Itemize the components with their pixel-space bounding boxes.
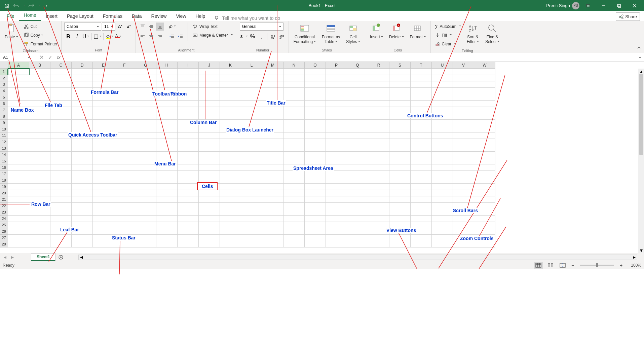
- cell-E6[interactable]: [93, 101, 114, 107]
- scroll-up-button[interactable]: ▴: [638, 69, 644, 74]
- cell-C2[interactable]: [50, 75, 72, 81]
- cell-R22[interactable]: [368, 203, 389, 209]
- cell-T23[interactable]: [411, 209, 432, 216]
- cell-Q12[interactable]: [347, 139, 368, 145]
- cell-P15[interactable]: [326, 158, 347, 164]
- cell-V11[interactable]: [453, 132, 474, 139]
- cell-H9[interactable]: [156, 120, 178, 126]
- cell-V24[interactable]: [453, 216, 474, 222]
- cells-area[interactable]: [8, 69, 495, 247]
- column-header-T[interactable]: T: [411, 62, 432, 69]
- cell-R15[interactable]: [368, 158, 389, 164]
- cell-N17[interactable]: [283, 171, 305, 177]
- cell-T3[interactable]: [411, 81, 432, 88]
- cell-F6[interactable]: [114, 101, 135, 107]
- cell-K26[interactable]: [220, 228, 241, 235]
- cell-C15[interactable]: [50, 158, 72, 164]
- cell-W5[interactable]: [474, 94, 495, 101]
- cell-S6[interactable]: [389, 101, 411, 107]
- row-header-28[interactable]: 28: [0, 241, 8, 247]
- cell-G20[interactable]: [135, 190, 156, 196]
- cell-O3[interactable]: [305, 81, 326, 88]
- cell-D16[interactable]: [72, 164, 93, 171]
- cell-Q13[interactable]: [347, 145, 368, 152]
- sheet-tab-sheet1[interactable]: Sheet1: [31, 253, 55, 261]
- cell-A27[interactable]: [8, 235, 29, 241]
- cell-D10[interactable]: [72, 126, 93, 132]
- cell-W4[interactable]: [474, 88, 495, 94]
- cell-E5[interactable]: [93, 94, 114, 101]
- cell-M23[interactable]: [262, 209, 283, 216]
- cell-M16[interactable]: [262, 164, 283, 171]
- row-header-11[interactable]: 11: [0, 132, 8, 139]
- cell-G23[interactable]: [135, 209, 156, 216]
- cell-T11[interactable]: [411, 132, 432, 139]
- decrease-font-button[interactable]: A▾: [125, 23, 133, 31]
- cell-B16[interactable]: [29, 164, 50, 171]
- cell-U5[interactable]: [432, 94, 453, 101]
- cell-T16[interactable]: [411, 164, 432, 171]
- cell-K16[interactable]: [220, 164, 241, 171]
- cell-V7[interactable]: [453, 107, 474, 113]
- cell-F21[interactable]: [114, 196, 135, 203]
- cell-H19[interactable]: [156, 184, 178, 190]
- cell-M12[interactable]: [262, 139, 283, 145]
- cell-J23[interactable]: [199, 209, 220, 216]
- font-name-combo[interactable]: Calibri: [64, 23, 101, 31]
- cell-G25[interactable]: [135, 222, 156, 228]
- cell-T14[interactable]: [411, 152, 432, 158]
- cell-J8[interactable]: [199, 113, 220, 120]
- cell-K22[interactable]: [220, 203, 241, 209]
- cell-M4[interactable]: [262, 88, 283, 94]
- cell-H27[interactable]: [156, 235, 178, 241]
- cell-A18[interactable]: [8, 177, 29, 184]
- insert-cells-button[interactable]: +Insert: [368, 23, 385, 40]
- format-cells-button[interactable]: Format: [408, 23, 428, 40]
- cell-C22[interactable]: [50, 203, 72, 209]
- cell-L4[interactable]: [241, 88, 262, 94]
- cell-S9[interactable]: [389, 120, 411, 126]
- cell-Q26[interactable]: [347, 228, 368, 235]
- cell-F16[interactable]: [114, 164, 135, 171]
- cell-A26[interactable]: [8, 228, 29, 235]
- cell-W3[interactable]: [474, 81, 495, 88]
- cell-W28[interactable]: [474, 241, 495, 247]
- cell-G27[interactable]: [135, 235, 156, 241]
- cell-M7[interactable]: [262, 107, 283, 113]
- cell-S2[interactable]: [389, 75, 411, 81]
- cell-Q27[interactable]: [347, 235, 368, 241]
- cell-P25[interactable]: [326, 222, 347, 228]
- cell-F23[interactable]: [114, 209, 135, 216]
- cell-V10[interactable]: [453, 126, 474, 132]
- cell-I26[interactable]: [178, 228, 199, 235]
- cell-Q1[interactable]: [347, 69, 368, 75]
- user-name[interactable]: Preeti Singh: [546, 3, 570, 8]
- cell-P6[interactable]: [326, 101, 347, 107]
- cell-B23[interactable]: [29, 209, 50, 216]
- cell-U27[interactable]: [432, 235, 453, 241]
- cell-L12[interactable]: [241, 139, 262, 145]
- cell-U3[interactable]: [432, 81, 453, 88]
- cell-V8[interactable]: [453, 113, 474, 120]
- cell-C17[interactable]: [50, 171, 72, 177]
- paste-button[interactable]: Paste: [3, 23, 20, 40]
- cell-A4[interactable]: [8, 88, 29, 94]
- vertical-scrollbar[interactable]: ▴ ▾: [638, 69, 644, 253]
- cell-J20[interactable]: [199, 190, 220, 196]
- cell-T1[interactable]: [411, 69, 432, 75]
- cell-D12[interactable]: [72, 139, 93, 145]
- tab-data[interactable]: Data: [127, 11, 147, 21]
- cell-S24[interactable]: [389, 216, 411, 222]
- cell-O15[interactable]: [305, 158, 326, 164]
- cell-W24[interactable]: [474, 216, 495, 222]
- cell-I14[interactable]: [178, 152, 199, 158]
- cell-A8[interactable]: [8, 113, 29, 120]
- column-header-L[interactable]: L: [241, 62, 262, 69]
- row-header-26[interactable]: 26: [0, 228, 8, 235]
- cell-M26[interactable]: [262, 228, 283, 235]
- cell-W19[interactable]: [474, 184, 495, 190]
- cell-I1[interactable]: [178, 69, 199, 75]
- cell-I8[interactable]: [178, 113, 199, 120]
- cell-M25[interactable]: [262, 222, 283, 228]
- cell-L8[interactable]: [241, 113, 262, 120]
